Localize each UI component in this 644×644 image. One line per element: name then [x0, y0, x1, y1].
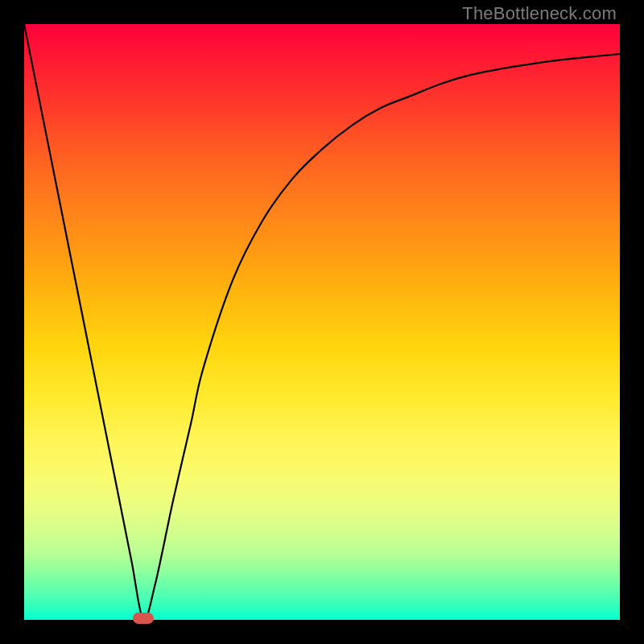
plot-area [24, 24, 620, 620]
optimal-point-marker [133, 613, 154, 624]
bottleneck-curve [24, 24, 620, 620]
chart-frame: TheBottleneck.com [0, 0, 644, 644]
watermark-text: TheBottleneck.com [462, 3, 617, 24]
